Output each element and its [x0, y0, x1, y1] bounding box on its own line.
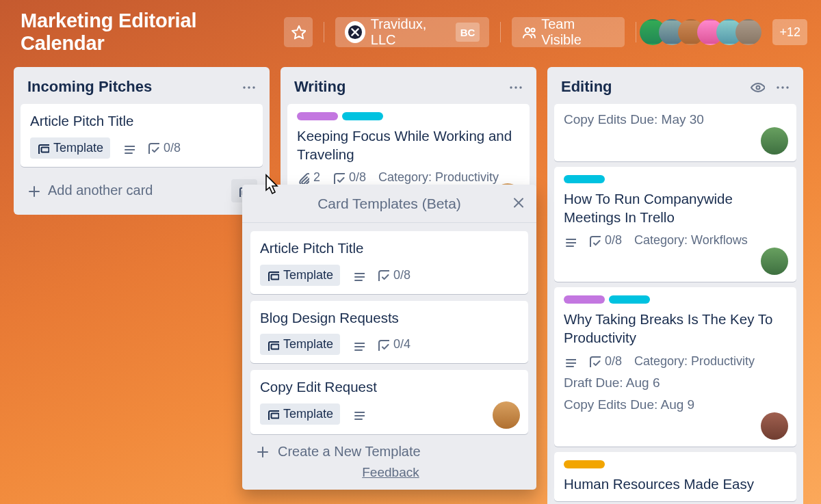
label-teal[interactable]	[564, 175, 605, 183]
checklist-icon	[588, 355, 601, 367]
dots-icon	[508, 79, 523, 94]
popover-title: Card Templates (Beta)	[317, 196, 461, 212]
feedback-link[interactable]: Feedback	[255, 465, 527, 480]
list-title[interactable]: Writing	[294, 78, 346, 96]
card-title: Keeping Focus While Working and Travelin…	[297, 127, 520, 163]
card[interactable]: Copy Edits Due: May 30	[554, 104, 796, 161]
description-icon	[352, 339, 365, 351]
paperclip-icon	[297, 172, 309, 184]
checklist-badge: 0/8	[588, 354, 622, 369]
card-title: Blog Design Requests	[260, 309, 519, 328]
label-purple[interactable]	[564, 295, 605, 304]
workspace-button[interactable]: Travidux, LLC BC	[335, 17, 489, 47]
visibility-button[interactable]: Team Visible	[512, 17, 624, 47]
template-badge: Template	[30, 137, 110, 159]
description-badge	[352, 408, 365, 420]
card-member-avatar[interactable]	[761, 248, 788, 275]
workspace-name: Travidux, LLC	[371, 16, 450, 48]
card-title: Copy Edit Request	[260, 378, 519, 397]
template-icon	[267, 339, 279, 351]
list-menu-button[interactable]	[241, 79, 256, 94]
list-menu-button[interactable]	[508, 79, 523, 94]
description-badge	[122, 142, 135, 154]
divider	[636, 22, 636, 42]
template-icon	[267, 408, 279, 420]
card[interactable]: Why Taking Breaks Is The Key To Producti…	[554, 287, 796, 446]
card[interactable]: Article Pitch Title Template 0/8	[21, 104, 263, 167]
checklist-badge: 0/8	[588, 233, 622, 248]
label-teal[interactable]	[609, 295, 650, 304]
card-labels[interactable]	[564, 175, 787, 183]
board-members[interactable]	[647, 19, 761, 45]
card-labels[interactable]	[564, 460, 787, 468]
checklist-icon	[588, 235, 601, 247]
member-overflow[interactable]: +12	[772, 19, 807, 45]
description-icon	[122, 142, 135, 154]
due-text: Draft Due: Aug 6	[564, 375, 787, 390]
list-title[interactable]: Editing	[561, 78, 612, 96]
card-title: How To Run Companywide Meetings In Trell…	[564, 190, 787, 226]
card-member-avatar[interactable]	[761, 412, 788, 440]
template-badge: Template	[260, 403, 340, 425]
workspace-logo	[345, 21, 365, 43]
checklist-badge: 0/4	[377, 337, 410, 352]
card-labels[interactable]	[564, 295, 787, 304]
template-card[interactable]: Blog Design Requests Template 0/4	[250, 301, 528, 364]
category-badge: Category: Productivity	[378, 170, 499, 185]
team-icon	[521, 25, 536, 40]
dots-icon	[241, 79, 256, 94]
plus-icon	[255, 444, 270, 459]
template-badge: Template	[260, 265, 340, 286]
card[interactable]: Human Resources Made Easy	[554, 452, 796, 502]
category-badge: Category: Workflows	[634, 233, 748, 248]
card-title: Article Pitch Title	[260, 239, 519, 258]
card-labels[interactable]	[297, 112, 520, 120]
card-title: Why Taking Breaks Is The Key To Producti…	[564, 310, 787, 347]
list-title[interactable]: Incoming Pitches	[27, 78, 152, 96]
card-templates-popover: Card Templates (Beta) Article Pitch Titl…	[242, 185, 536, 490]
board-title[interactable]: Marketing Editorial Calendar	[21, 10, 273, 55]
checklist-icon	[147, 142, 159, 154]
description-badge	[352, 339, 365, 351]
star-icon	[291, 25, 306, 40]
eye-icon	[750, 79, 765, 94]
add-card-button[interactable]: Add another card	[26, 183, 153, 198]
label-yellow[interactable]	[564, 460, 605, 468]
checklist-icon	[333, 172, 345, 184]
workspace-badge: BC	[456, 23, 480, 42]
list-menu-button[interactable]	[774, 79, 790, 94]
checklist-badge: 0/8	[333, 170, 366, 185]
checklist-icon	[377, 269, 389, 281]
checklist-badge: 0/8	[147, 141, 181, 155]
card[interactable]: How To Run Companywide Meetings In Trell…	[554, 167, 796, 282]
category-badge: Category: Productivity	[634, 354, 755, 369]
description-icon	[564, 355, 576, 367]
divider	[500, 22, 501, 42]
divider	[324, 22, 324, 42]
watch-button[interactable]	[750, 79, 765, 94]
card-title: Human Resources Made Easy	[564, 475, 787, 494]
plus-icon	[26, 183, 41, 198]
dots-icon	[774, 79, 790, 94]
popover-close-button[interactable]	[510, 194, 525, 213]
template-card[interactable]: Article Pitch Title Template 0/8	[250, 231, 528, 294]
description-badge	[564, 235, 576, 247]
star-button[interactable]	[284, 17, 313, 47]
label-purple[interactable]	[297, 112, 338, 120]
due-text: Copy Edits Due: May 30	[564, 112, 787, 127]
member-avatar[interactable]	[735, 19, 761, 45]
description-badge	[564, 355, 576, 367]
attachments-badge: 2	[297, 170, 320, 185]
template-badge: Template	[260, 334, 340, 355]
card-member-avatar[interactable]	[493, 401, 520, 429]
template-card[interactable]: Copy Edit Request Template	[250, 370, 528, 434]
board-header: Marketing Editorial Calendar Travidux, L…	[0, 0, 821, 67]
label-teal[interactable]	[342, 112, 383, 120]
checklist-icon	[377, 339, 389, 351]
description-badge	[352, 269, 365, 281]
list-editing: Editing Copy Edits Due: May 30 How To Ru…	[547, 67, 803, 504]
close-icon	[510, 194, 525, 209]
create-template-button[interactable]: Create a New Template	[255, 444, 527, 460]
card-member-avatar[interactable]	[761, 127, 788, 155]
template-icon	[267, 269, 279, 281]
